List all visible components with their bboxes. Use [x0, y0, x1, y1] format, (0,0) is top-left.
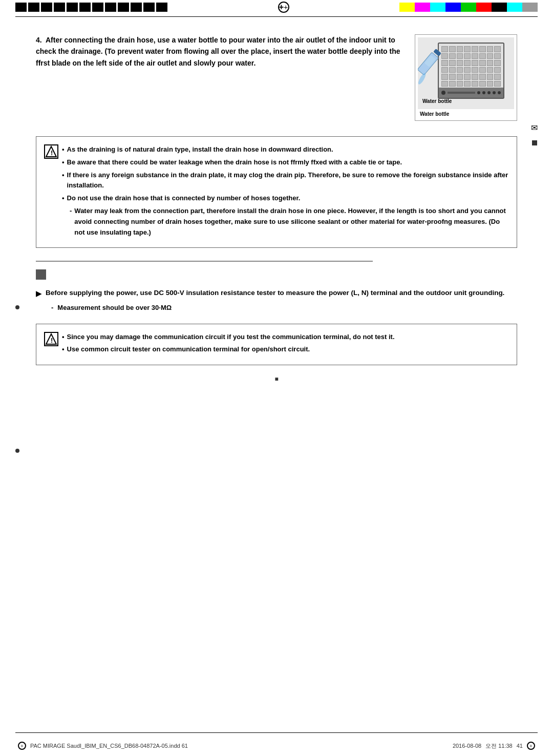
warning-item-2: Be aware that there could be water leaka…	[62, 157, 509, 168]
footer-crosshair-left: +	[18, 742, 26, 750]
black-block-8	[105, 3, 116, 12]
black-block-1	[15, 3, 27, 12]
note-sub-1: Measurement should be over 30·MΩ	[36, 303, 517, 313]
step4-content: After connecting the drain hose, use a w…	[36, 36, 400, 67]
black-blocks	[15, 3, 167, 12]
section-marker	[36, 269, 46, 280]
footer-crosshair-right: +	[527, 742, 535, 750]
top-bar-right	[399, 0, 553, 14]
black-block-9	[118, 3, 129, 12]
svg-text:!: !	[51, 149, 53, 157]
step4-image: Water bottle	[418, 37, 514, 109]
warning2-item-1: Since you may damage the communication c…	[62, 332, 509, 343]
black-block-11	[143, 3, 155, 12]
top-bar-left	[0, 0, 167, 14]
footer-left: + PAC MIRAGE SaudI_IBIM_EN_CS6_DB68-0487…	[18, 742, 188, 750]
color-blue	[445, 3, 461, 12]
color-red	[476, 3, 492, 12]
left-dot-2	[15, 449, 19, 453]
black-block-4	[54, 3, 65, 12]
black-block-3	[41, 3, 52, 12]
black-block-7	[92, 3, 103, 12]
center-page-number: ■	[36, 375, 517, 383]
color-cyan	[430, 3, 445, 12]
warning-item-4: Do not use the drain hose that is connec…	[62, 193, 509, 204]
footer-right: 2016-08-08 오전 11:38 41 +	[453, 742, 535, 750]
crosshair-icon: +	[278, 2, 289, 13]
color-cyan2	[507, 3, 522, 12]
warning-box-2: ! Since you may damage the communication…	[36, 324, 517, 366]
warning-item-5-dash: Water may leak from the connection part,…	[62, 206, 509, 238]
left-dot	[15, 305, 19, 309]
note-arrow-icon: ▶	[36, 288, 41, 299]
black-block-12	[156, 3, 167, 12]
color-black	[492, 3, 507, 12]
svg-text:!: !	[51, 337, 53, 344]
step4-section: 4. After connecting the drain hose, use …	[36, 34, 517, 121]
right-side-icons: ✉	[531, 123, 538, 145]
footer-page: 41	[517, 743, 523, 749]
black-block-2	[28, 3, 39, 12]
main-content: 4. After connecting the drain hose, use …	[0, 19, 553, 395]
warning-item-3: If there is any foreign substance in the…	[62, 170, 509, 192]
top-color-bar: +	[0, 0, 553, 14]
water-bottle-label: Water bottle	[422, 98, 452, 104]
note-item-1: ▶ Before supplying the power, use DC 500…	[36, 287, 517, 299]
warning-box-1: ! As the draining is of natural drain ty…	[36, 136, 517, 248]
footer-date: 2016-08-08	[453, 743, 481, 749]
footer: + PAC MIRAGE SaudI_IBIM_EN_CS6_DB68-0487…	[0, 742, 553, 750]
footer-time-label: 오전 11:38	[485, 742, 513, 750]
color-green	[461, 3, 476, 12]
warning2-item-2: Use common circuit tester on communicati…	[62, 344, 509, 355]
note-text: Before supplying the power, use DC 500-V…	[46, 287, 504, 299]
envelope-icon: ✉	[531, 123, 538, 133]
warning-item-1: As the draining is of natural drain type…	[62, 144, 509, 155]
footer-file-info: PAC MIRAGE SaudI_IBIM_EN_CS6_DB68-04872A…	[30, 743, 188, 749]
image-caption: Water bottle	[420, 111, 449, 117]
page-border-bottom	[15, 732, 538, 733]
color-magenta	[415, 3, 430, 12]
black-block-5	[67, 3, 78, 12]
black-block-10	[131, 3, 142, 12]
black-block-6	[79, 3, 91, 12]
color-yellow	[399, 3, 415, 12]
left-page-marker-2	[15, 449, 19, 453]
small-square-icon	[532, 140, 537, 145]
color-gray	[522, 3, 538, 12]
left-page-marker	[15, 305, 19, 309]
step4-image-container: Water bottle Water bottle	[415, 34, 517, 121]
warning-icon-1: !	[44, 144, 58, 159]
note-sub-text: Measurement should be over 30·MΩ	[57, 303, 172, 313]
step4-number: 4.	[36, 36, 42, 44]
page-border-top	[15, 16, 538, 17]
top-bar-center: +	[167, 0, 399, 14]
warning-icon-2: !	[44, 332, 58, 346]
note-section: ▶ Before supplying the power, use DC 500…	[36, 287, 517, 313]
step4-text: 4. After connecting the drain hose, use …	[36, 34, 405, 69]
separator-line	[36, 261, 373, 262]
